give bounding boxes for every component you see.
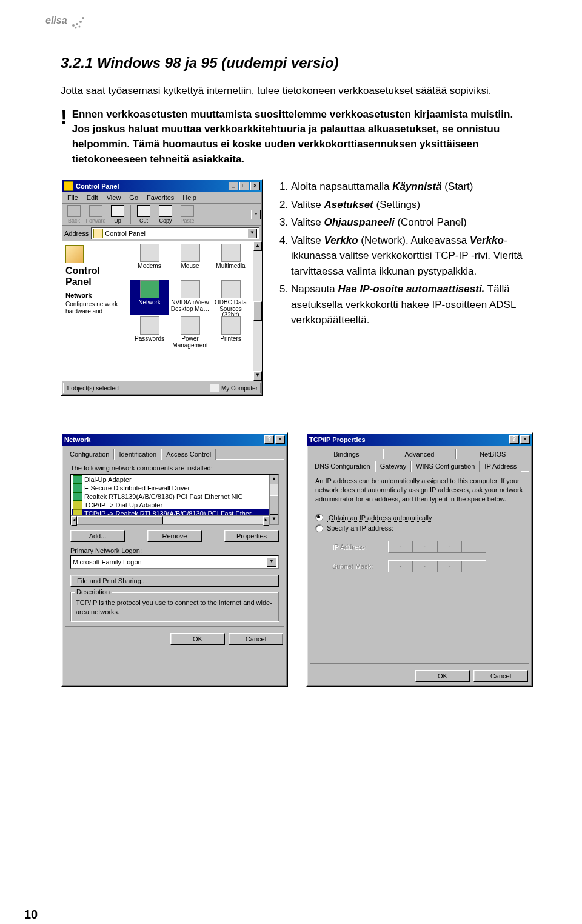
help-button[interactable]: ? xyxy=(509,435,519,444)
cancel-button[interactable]: Cancel xyxy=(473,670,528,682)
tab-ip-address[interactable]: IP Address xyxy=(480,461,521,472)
menu-help[interactable]: Help xyxy=(178,193,201,203)
statusbar: 1 object(s) selected My Computer xyxy=(62,381,262,395)
help-button[interactable]: ? xyxy=(264,435,274,444)
properties-button[interactable]: Properties xyxy=(224,530,279,542)
close-button[interactable]: × xyxy=(250,182,260,190)
cp-item-printers[interactable]: Printers xyxy=(211,316,250,352)
titlebar[interactable]: Network ? × xyxy=(62,434,287,446)
tab-dns[interactable]: DNS Configuration xyxy=(310,461,375,472)
status-right: My Computer xyxy=(207,383,261,393)
minimize-button[interactable]: _ xyxy=(229,182,238,190)
scroll-thumb[interactable] xyxy=(253,301,262,321)
menu-view[interactable]: View xyxy=(102,193,125,203)
cp-item-network[interactable]: Network xyxy=(130,280,169,315)
radio-label: Obtain an IP address automatically xyxy=(327,514,433,522)
cancel-button[interactable]: Cancel xyxy=(229,633,283,645)
scroll-left-icon[interactable]: ◄ xyxy=(71,516,77,526)
titlebar[interactable]: TCP/IP Properties ? × xyxy=(307,434,532,446)
close-button[interactable]: × xyxy=(520,435,530,444)
scroll-down-icon[interactable]: ▼ xyxy=(253,371,262,381)
tab-wins[interactable]: WINS Configuration xyxy=(411,461,480,472)
info-text: An IP address can be automatically assig… xyxy=(315,477,524,504)
info-pane-desc: Configures network hardware and xyxy=(65,301,123,315)
scrollbar-vertical[interactable]: ▲ ▼ xyxy=(253,241,262,381)
maximize-button[interactable]: □ xyxy=(239,182,249,190)
titlebar[interactable]: Control Panel _ □ × xyxy=(62,180,262,192)
menu-favorites[interactable]: Favorites xyxy=(142,193,178,203)
tab-configuration[interactable]: Configuration xyxy=(65,449,114,460)
tab-advanced[interactable]: Advanced xyxy=(383,449,457,459)
menu-edit[interactable]: Edit xyxy=(82,193,102,203)
logon-select[interactable]: Microsoft Family Logon ▼ xyxy=(70,555,279,569)
svg-point-2 xyxy=(79,21,82,23)
scrollbar-vertical[interactable]: ▲ ▼ xyxy=(269,475,278,524)
paste-button[interactable]: Paste xyxy=(176,205,198,224)
cp-item-passwords[interactable]: Passwords xyxy=(130,316,169,352)
info-pane-title: Control Panel xyxy=(65,266,123,287)
warning-text: Ennen verkkoasetusten muuttamista suosit… xyxy=(72,107,534,167)
radio-icon[interactable] xyxy=(315,524,323,532)
window-title: Control Panel xyxy=(76,182,119,190)
list-item-selected[interactable]: TCP/IP -> Realtek RTL8139(A/B/C/8130) PC… xyxy=(72,509,269,515)
scroll-up-icon[interactable]: ▲ xyxy=(253,241,262,251)
step-5: Napsauta Hae IP-osoite automaattisesti. … xyxy=(291,281,534,328)
cp-item-mouse[interactable]: Mouse xyxy=(170,244,210,279)
window-title: TCP/IP Properties xyxy=(309,436,366,443)
tab-panel: The following network components are ins… xyxy=(65,459,284,627)
cp-item-multimedia[interactable]: Multimedia xyxy=(211,244,250,279)
list-item[interactable]: F-Secure Distributed Firewall Driver xyxy=(72,484,269,492)
tab-netbios[interactable]: NetBIOS xyxy=(456,449,529,459)
tab-bindings[interactable]: Bindings xyxy=(310,449,383,459)
tcpip-dialog: TCP/IP Properties ? × Bindings Advanced … xyxy=(306,432,533,687)
tab-panel: An IP address can be automatically assig… xyxy=(310,471,529,664)
svg-point-4 xyxy=(75,27,77,29)
file-print-sharing-button[interactable]: File and Print Sharing... xyxy=(70,575,279,587)
tab-access-control[interactable]: Access Control xyxy=(161,449,216,460)
list-item[interactable]: TCP/IP -> Dial-Up Adapter xyxy=(72,501,269,509)
scroll-thumb[interactable] xyxy=(77,516,163,524)
list-item[interactable]: Realtek RTL8139(A/B/C/8130) PCI Fast Eth… xyxy=(72,492,269,501)
tab-gateway[interactable]: Gateway xyxy=(375,461,411,472)
radio-obtain-auto[interactable]: Obtain an IP address automatically xyxy=(315,514,524,522)
address-combo[interactable]: Control Panel ▼ xyxy=(91,227,259,239)
cp-item-power[interactable]: Power Management xyxy=(170,316,210,352)
radio-icon[interactable] xyxy=(315,514,323,521)
back-button[interactable]: Back xyxy=(63,205,85,224)
copy-button[interactable]: Copy xyxy=(155,205,176,224)
scroll-right-icon[interactable]: ► xyxy=(263,516,269,526)
svg-point-5 xyxy=(79,26,81,28)
remove-button[interactable]: Remove xyxy=(147,530,202,542)
toolbar-more-icon[interactable]: » xyxy=(251,210,261,219)
chevron-down-icon[interactable]: ▼ xyxy=(267,557,276,567)
add-button[interactable]: Add... xyxy=(70,530,125,542)
control-panel-big-icon xyxy=(65,245,84,263)
folder-icon xyxy=(93,229,103,238)
forward-button[interactable]: Forward xyxy=(85,205,107,224)
description-fieldset: Description TCP/IP is the protocol you u… xyxy=(70,592,279,621)
radio-specify[interactable]: Specify an IP address: xyxy=(315,524,524,532)
scrollbar-horizontal[interactable]: ◄ ► xyxy=(71,515,269,524)
cp-item-odbc[interactable]: ODBC Data Sources (32bit) xyxy=(211,280,250,315)
scroll-down-icon[interactable]: ▼ xyxy=(270,515,278,524)
components-listbox[interactable]: Dial-Up Adapter F-Secure Distributed Fir… xyxy=(70,474,279,525)
scroll-up-icon[interactable]: ▲ xyxy=(270,475,278,484)
window-title: Network xyxy=(64,436,90,443)
tab-identification[interactable]: Identification xyxy=(114,449,161,460)
ok-button[interactable]: OK xyxy=(170,633,225,645)
brand-logo: elisa xyxy=(45,12,88,30)
scroll-thumb[interactable] xyxy=(270,495,278,515)
chevron-down-icon[interactable]: ▼ xyxy=(247,229,257,238)
list-item[interactable]: Dial-Up Adapter xyxy=(72,475,269,484)
step-1: Aloita napsauttamalla Käynnistä (Start) xyxy=(291,179,534,195)
up-button[interactable]: Up xyxy=(107,205,129,224)
cp-item-modems[interactable]: Modems xyxy=(130,244,169,279)
address-bar: Address Control Panel ▼ xyxy=(62,226,262,241)
menu-go[interactable]: Go xyxy=(125,193,142,203)
ok-button[interactable]: OK xyxy=(415,670,470,682)
cut-button[interactable]: Cut xyxy=(133,205,155,224)
close-button[interactable]: × xyxy=(275,435,285,444)
cp-item-nvidia[interactable]: NVIDIA nView Desktop Ma… xyxy=(170,280,210,315)
menu-file[interactable]: File xyxy=(63,193,82,203)
toolbar: Back Forward Up Cut Copy Paste » xyxy=(62,203,262,226)
